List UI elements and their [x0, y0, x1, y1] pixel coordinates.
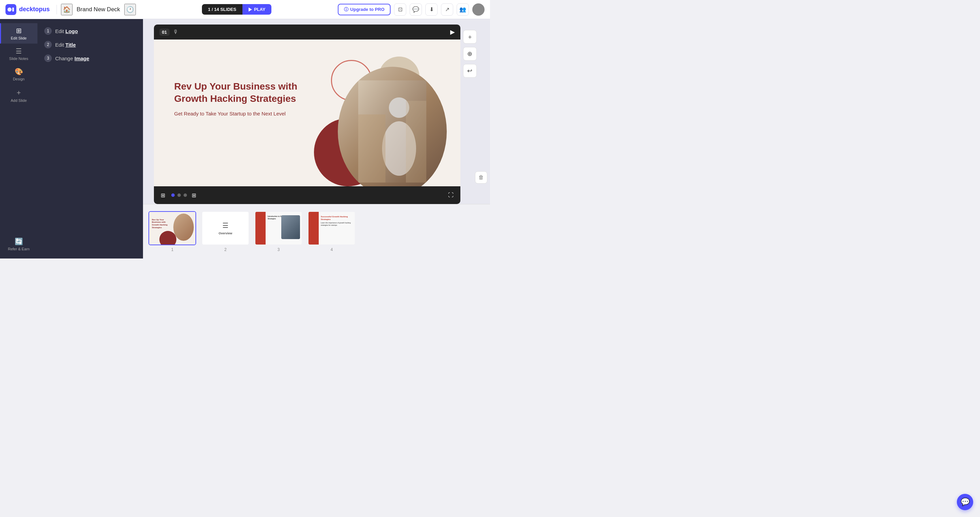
sidebar-item-refer-earn[interactable]: 🔄 Refer & Earn: [8, 234, 30, 255]
slide-subtitle: Get Ready to Take Your Startup to the Ne…: [174, 110, 310, 118]
home-button[interactable]: 🏠: [61, 4, 73, 15]
delete-slide-button[interactable]: 🗑: [475, 171, 487, 184]
add-slide-label: Add Slide: [11, 99, 27, 102]
delete-area: 🗑: [475, 171, 487, 184]
sidebar-item-design[interactable]: 🎨 Design: [0, 64, 37, 84]
dot-3[interactable]: [183, 194, 187, 197]
slide-main-title: Rev Up Your Business with Growth Hacking…: [174, 80, 310, 105]
thumb-red-circle-1: [159, 231, 177, 245]
deck-title: Brand New Deck: [76, 6, 120, 13]
slide-wrapper: 01 🎙 ▶: [154, 24, 460, 204]
slide-number-badge: 01: [159, 29, 170, 36]
slide-bottom-bar: ⊞ ⊞ ⛶: [154, 186, 460, 204]
svg-point-1: [8, 8, 11, 11]
svg-rect-2: [12, 8, 14, 11]
slide-notes-label: Slide Notes: [9, 57, 28, 60]
logo-text: decktopus: [19, 6, 50, 13]
undo-button[interactable]: ↩: [463, 64, 477, 78]
thumbnail-item-3: Introduction to Growth Hacking Strategie…: [255, 211, 302, 252]
panel-action-image: Change Image: [55, 56, 89, 61]
edit-panel: 1 Edit Logo 2 Edit Title 3 Change Image: [37, 19, 143, 259]
header-center: 1 / 14 SLIDES PLAY: [140, 4, 334, 14]
thumb-bg-3: Introduction to Growth Hacking Strategie…: [255, 212, 302, 245]
upgrade-label: Upgrade to PRO: [350, 7, 385, 12]
svg-rect-7: [406, 101, 426, 183]
thumbnail-card-1[interactable]: Rev Up Your Business with Growth Hacking…: [148, 211, 196, 245]
thumb-accent-3: [255, 212, 266, 245]
slide-content: Rev Up Your Business with Growth Hacking…: [154, 40, 460, 186]
thumbnail-item-1: Rev Up Your Business with Growth Hacking…: [148, 211, 196, 252]
dot-navigation: [171, 194, 187, 197]
thumb-img-3: [281, 215, 300, 239]
canvas-area: 01 🎙 ▶: [143, 19, 490, 259]
slide-viewer: 01 🎙 ▶: [143, 19, 490, 204]
sidebar-item-add-slide[interactable]: ＋ Add Slide: [0, 84, 37, 106]
thumb-body-4: Learn the importance of growth hacking s…: [321, 222, 355, 226]
play-triangle-icon: [248, 8, 252, 11]
duplicate-button[interactable]: ⊕: [463, 47, 477, 60]
refer-earn-label: Refer & Earn: [8, 247, 30, 251]
slide-text-area: Rev Up Your Business with Growth Hacking…: [174, 80, 310, 118]
header: decktopus 🏠 Brand New Deck 🕐 1 / 14 SLID…: [0, 0, 490, 19]
thumb-bg-4: Successful Growth Hacking Strategies Lea…: [309, 212, 355, 245]
slide-notes-icon: ☰: [16, 47, 22, 55]
thumbnail-card-2[interactable]: ☰ Overview: [202, 211, 249, 245]
decktopus-logo-icon: [5, 4, 16, 15]
sidebar-item-edit-slide[interactable]: ⊞ Edit Slide: [0, 23, 37, 44]
comment-button[interactable]: 💬: [410, 3, 422, 16]
thumb-num-2: 2: [224, 247, 227, 252]
dot-2[interactable]: [177, 194, 181, 197]
thumb-title-4: Successful Growth Hacking Strategies: [321, 215, 355, 221]
edit-slide-label: Edit Slide: [11, 36, 27, 40]
play-label: PLAY: [254, 7, 265, 12]
thumb-title-1: Rev Up Your Business with Growth Hacking…: [152, 219, 172, 229]
svg-rect-6: [358, 115, 385, 183]
grid-icon-button[interactable]: ⊞: [190, 191, 197, 200]
thumb-text-4: Successful Growth Hacking Strategies Lea…: [321, 215, 355, 227]
panel-item-num-1: 1: [44, 27, 52, 35]
upgrade-button[interactable]: ⓘ Upgrade to PRO: [338, 4, 391, 15]
download-button[interactable]: ⬇: [425, 3, 438, 16]
zoom-in-button[interactable]: ＋: [463, 30, 477, 44]
microphone-icon[interactable]: 🎙: [173, 29, 178, 35]
team-button[interactable]: 👥: [457, 3, 469, 16]
panel-highlight-title: Title: [65, 42, 76, 48]
upgrade-icon: ⓘ: [344, 6, 348, 13]
thumbnail-item-2: ☰ Overview 2: [202, 211, 249, 252]
layout-icon-button[interactable]: ⊞: [159, 191, 167, 200]
present-button[interactable]: ⊡: [394, 3, 406, 16]
panel-action-title: Edit Title: [55, 42, 76, 48]
thumb-num-3: 3: [277, 247, 280, 252]
panel-item-num-2: 2: [44, 41, 52, 48]
thumb-num-4: 4: [331, 247, 333, 252]
fullscreen-button[interactable]: ⛶: [447, 191, 455, 200]
header-right: ⓘ Upgrade to PRO ⊡ 💬 ⬇ ↗ 👥: [338, 3, 485, 16]
refer-earn-icon: 🔄: [14, 237, 23, 245]
user-avatar[interactable]: [472, 3, 485, 16]
slide-counter-button[interactable]: 1 / 14 SLIDES: [202, 4, 242, 14]
thumbnail-item-4: Successful Growth Hacking Strategies Lea…: [308, 211, 355, 252]
design-icon: 🎨: [14, 67, 23, 76]
thumb-bg-2: ☰ Overview: [202, 212, 248, 245]
design-label: Design: [13, 77, 24, 81]
panel-item-num-3: 3: [44, 54, 52, 62]
play-button[interactable]: PLAY: [242, 4, 271, 14]
share-button[interactable]: ↗: [441, 3, 453, 16]
thumb-overview-label: Overview: [219, 232, 232, 235]
panel-highlight-logo: Logo: [65, 28, 78, 34]
thumbnail-strip: Rev Up Your Business with Growth Hacking…: [143, 204, 490, 259]
thumbnail-card-3[interactable]: Introduction to Growth Hacking Strategie…: [255, 211, 302, 245]
sidebar-item-slide-notes[interactable]: ☰ Slide Notes: [0, 44, 37, 64]
sidebar-bottom: 🔄 Refer & Earn: [8, 234, 30, 255]
panel-item-image[interactable]: 3 Change Image: [44, 54, 136, 62]
slide-top-bar: 01 🎙 ▶: [154, 24, 460, 40]
dot-1[interactable]: [171, 194, 175, 197]
panel-item-logo[interactable]: 1 Edit Logo: [44, 27, 136, 35]
thumb-bg-1: Rev Up Your Business with Growth Hacking…: [149, 212, 196, 245]
history-button[interactable]: 🕐: [124, 4, 136, 15]
thumb-circle-img-1: [173, 213, 194, 241]
thumbnail-card-4[interactable]: Successful Growth Hacking Strategies Lea…: [308, 211, 355, 245]
panel-item-title[interactable]: 2 Edit Title: [44, 41, 136, 48]
panel-highlight-image: Image: [75, 56, 89, 61]
top-bar-play-button[interactable]: ▶: [450, 28, 455, 36]
